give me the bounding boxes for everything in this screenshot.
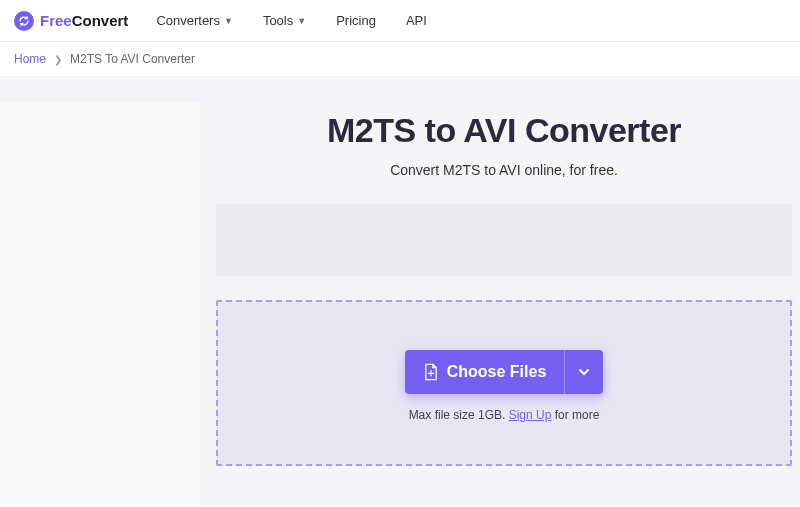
- chevron-right-icon: ❯: [54, 54, 62, 65]
- dropzone[interactable]: Choose Files Max file size 1GB. Sign Up …: [216, 300, 792, 466]
- content-area: M2TS to AVI Converter Convert M2TS to AV…: [0, 77, 800, 506]
- max-size-note: Max file size 1GB. Sign Up for more: [238, 408, 770, 422]
- choose-files-button[interactable]: Choose Files: [405, 350, 565, 394]
- chevron-down-icon: [579, 367, 589, 377]
- nav-converters[interactable]: Converters▼: [156, 13, 233, 28]
- signup-link[interactable]: Sign Up: [509, 408, 552, 422]
- choose-files-label: Choose Files: [447, 363, 547, 381]
- chevron-down-icon: ▼: [297, 16, 306, 26]
- main-content: M2TS to AVI Converter Convert M2TS to AV…: [200, 77, 800, 506]
- breadcrumb: Home ❯ M2TS To AVI Converter: [0, 42, 800, 77]
- refresh-icon: [14, 11, 34, 31]
- sidebar-placeholder: [0, 103, 200, 506]
- nav-tools[interactable]: Tools▼: [263, 13, 306, 28]
- ad-placeholder: [216, 204, 792, 276]
- choose-files-dropdown[interactable]: [564, 350, 603, 394]
- page-title: M2TS to AVI Converter: [216, 111, 792, 150]
- nav-pricing[interactable]: Pricing: [336, 13, 376, 28]
- chevron-down-icon: ▼: [224, 16, 233, 26]
- logo[interactable]: FreeConvert: [14, 11, 128, 31]
- choose-files-group: Choose Files: [405, 350, 604, 394]
- breadcrumb-current: M2TS To AVI Converter: [70, 52, 195, 66]
- file-add-icon: [423, 363, 439, 381]
- breadcrumb-home[interactable]: Home: [14, 52, 46, 66]
- logo-text: FreeConvert: [40, 12, 128, 29]
- nav-api[interactable]: API: [406, 13, 427, 28]
- page-subtitle: Convert M2TS to AVI online, for free.: [216, 162, 792, 178]
- top-nav: FreeConvert Converters▼ Tools▼ Pricing A…: [0, 0, 800, 42]
- nav-items: Converters▼ Tools▼ Pricing API: [156, 13, 427, 28]
